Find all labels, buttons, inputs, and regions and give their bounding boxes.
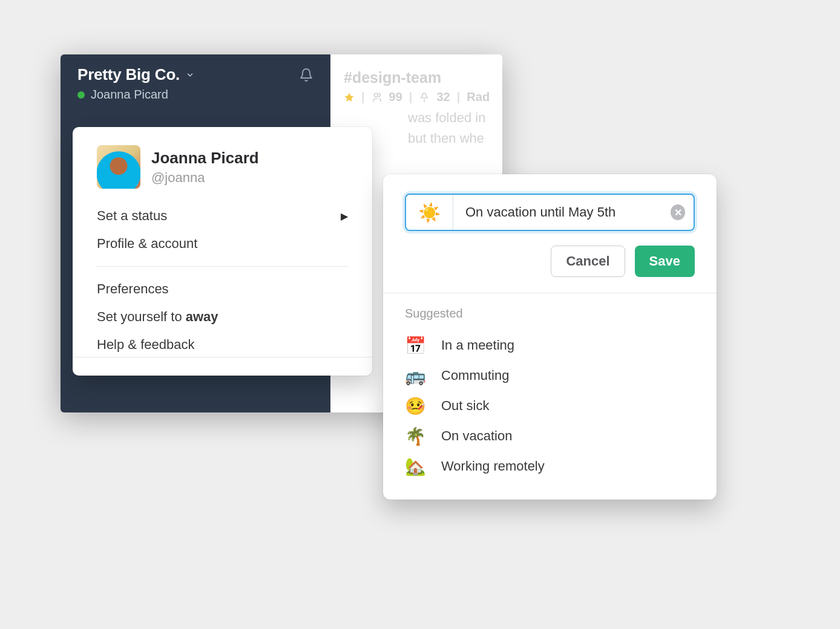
avatar bbox=[97, 145, 140, 189]
members-icon bbox=[372, 92, 382, 103]
menu-item-label: Set yourself to away bbox=[97, 309, 218, 325]
status-dialog: ☀️ ✕ Cancel Save Suggested 📅 In a meetin… bbox=[383, 174, 717, 500]
close-icon: ✕ bbox=[674, 207, 682, 218]
suggestion-in-a-meeting[interactable]: 📅 In a meeting bbox=[405, 330, 695, 360]
bell-icon[interactable] bbox=[299, 68, 313, 82]
channel-topic-fragment: Rad bbox=[467, 90, 489, 104]
menu-item-label: Set a status bbox=[97, 208, 167, 224]
message-line: was folded in bbox=[408, 108, 489, 128]
menu-item-profile[interactable]: Profile & account bbox=[97, 230, 348, 258]
chevron-down-icon bbox=[186, 71, 194, 79]
button-label: Save bbox=[649, 253, 680, 269]
menu-item-set-away[interactable]: Set yourself to away bbox=[97, 303, 348, 331]
divider: | bbox=[409, 90, 413, 104]
pin-icon bbox=[419, 92, 430, 103]
channel-name: #design-team bbox=[344, 69, 489, 86]
sidebar-user-name: Joanna Picard bbox=[91, 88, 168, 102]
calendar-icon: 📅 bbox=[405, 336, 425, 356]
presence-dot-icon bbox=[77, 91, 85, 99]
sick-face-icon: 🤒 bbox=[405, 396, 425, 416]
profile-menu: Joanna Picard @joanna Set a status ▶ Pro… bbox=[73, 127, 372, 376]
suggestion-commuting[interactable]: 🚌 Commuting bbox=[405, 360, 695, 391]
sidebar-user[interactable]: Joanna Picard bbox=[77, 88, 313, 102]
workspace-header[interactable]: Pretty Big Co. Joanna Picard bbox=[61, 54, 330, 110]
status-text-input[interactable] bbox=[465, 204, 664, 220]
menu-user-name: Joanna Picard bbox=[151, 148, 259, 168]
menu-item-help[interactable]: Help & feedback bbox=[97, 331, 348, 359]
workspace-name: Pretty Big Co. bbox=[77, 65, 180, 84]
sun-icon: ☀️ bbox=[418, 202, 441, 223]
menu-separator bbox=[97, 266, 348, 267]
svg-marker-0 bbox=[345, 93, 354, 101]
suggestion-label: On vacation bbox=[441, 428, 512, 444]
suggestion-working-remotely[interactable]: 🏡 Working remotely bbox=[405, 451, 695, 481]
menu-item-label: Help & feedback bbox=[97, 337, 194, 353]
channel-header: #design-team | 99 | 32 | Rad bbox=[344, 69, 489, 104]
menu-user-header: Joanna Picard @joanna bbox=[73, 145, 372, 202]
suggested-section: Suggested 📅 In a meeting 🚌 Commuting 🤒 O… bbox=[383, 293, 717, 500]
chevron-right-icon: ▶ bbox=[341, 210, 348, 222]
status-emoji-picker[interactable]: ☀️ bbox=[406, 195, 453, 230]
clear-button[interactable]: ✕ bbox=[671, 204, 685, 220]
suggestion-on-vacation[interactable]: 🌴 On vacation bbox=[405, 421, 695, 451]
menu-user-handle: @joanna bbox=[151, 169, 259, 186]
menu-item-set-status[interactable]: Set a status ▶ bbox=[97, 202, 348, 230]
suggestion-label: Commuting bbox=[441, 368, 509, 383]
menu-item-preferences[interactable]: Preferences bbox=[97, 275, 348, 303]
status-input-row: ☀️ ✕ bbox=[405, 194, 695, 231]
cancel-button[interactable]: Cancel bbox=[551, 246, 625, 277]
divider: | bbox=[457, 90, 461, 104]
divider: | bbox=[361, 90, 365, 104]
pinned-count: 32 bbox=[436, 90, 450, 104]
button-label: Cancel bbox=[566, 253, 609, 269]
menu-item-label: Profile & account bbox=[97, 236, 197, 252]
menu-item-label: Preferences bbox=[97, 281, 169, 297]
message-line: but then whe bbox=[408, 128, 489, 149]
star-icon[interactable] bbox=[344, 92, 355, 103]
menu-separator bbox=[73, 357, 372, 357]
save-button[interactable]: Save bbox=[635, 246, 695, 277]
suggestion-label: In a meeting bbox=[441, 337, 514, 353]
house-icon: 🏡 bbox=[405, 457, 425, 477]
members-count: 99 bbox=[389, 90, 402, 104]
palm-tree-icon: 🌴 bbox=[405, 426, 425, 446]
suggestion-label: Working remotely bbox=[441, 458, 545, 474]
channel-meta: | 99 | 32 | Rad bbox=[344, 90, 489, 104]
suggested-label: Suggested bbox=[405, 307, 695, 321]
suggestion-out-sick[interactable]: 🤒 Out sick bbox=[405, 391, 695, 421]
suggestion-label: Out sick bbox=[441, 398, 489, 414]
bus-icon: 🚌 bbox=[405, 366, 425, 386]
svg-point-1 bbox=[374, 93, 378, 97]
